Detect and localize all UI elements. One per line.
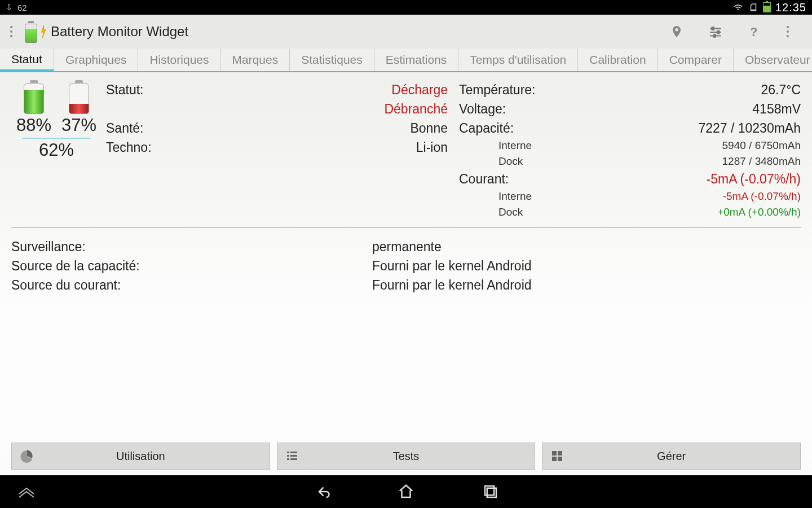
help-icon[interactable]: ?: [747, 25, 760, 38]
label-temperature: Température:: [459, 80, 536, 99]
battery1-icon: [23, 80, 45, 114]
svg-rect-17: [487, 488, 496, 497]
tab-temps-utilisation[interactable]: Temps d'utilisation: [458, 49, 578, 71]
expand-icon[interactable]: [17, 485, 36, 498]
svg-rect-9: [287, 455, 289, 457]
gerer-label: Gérer: [657, 450, 686, 463]
nav-back-button[interactable]: [313, 483, 330, 500]
tab-historiques[interactable]: Historiques: [138, 49, 220, 71]
value-capacite-dock: 1287 / 3480mAh: [722, 154, 801, 169]
svg-rect-1: [717, 31, 719, 33]
label-capacite: Capacité:: [459, 119, 514, 138]
battery2-icon: [68, 80, 90, 114]
utilisation-label: Utilisation: [116, 450, 165, 463]
tab-statut[interactable]: Statut: [0, 49, 54, 72]
value-plug: Débranché: [384, 99, 448, 119]
svg-point-4: [787, 26, 789, 28]
tab-comparer[interactable]: Comparer: [658, 49, 734, 71]
label-source-courant: Source du courant:: [11, 275, 372, 295]
value-voltage: 4158mV: [752, 99, 801, 119]
gerer-button[interactable]: Gérer: [542, 443, 801, 470]
value-sante: Bonne: [410, 119, 448, 138]
app-icon: [25, 20, 41, 43]
tab-estimations[interactable]: Estimations: [374, 49, 459, 71]
label-surveillance: Surveillance:: [11, 237, 372, 256]
svg-rect-16: [558, 457, 562, 461]
download-icon: ⇩: [6, 2, 13, 12]
content-area: 88% 37% 62% Statut:Décharge Débranché Sa…: [0, 72, 812, 438]
value-source-courant: Fourni par le kernel Android: [372, 275, 801, 295]
svg-point-6: [787, 35, 789, 37]
label-courant-dock: Dock: [498, 204, 523, 220]
value-source-capacite: Fourni par le kernel Android: [372, 256, 801, 275]
action-bar: Battery Monitor Widget ?: [0, 15, 812, 49]
tab-calibration[interactable]: Calibration: [578, 49, 657, 71]
svg-rect-12: [290, 458, 297, 460]
tab-bar: Statut Graphiques Historiques Marques St…: [0, 49, 812, 72]
battery2-percent: 37%: [61, 115, 96, 135]
label-capacite-dock: Dock: [498, 154, 523, 169]
svg-rect-2: [714, 34, 716, 37]
tab-observateur[interactable]: Observateur: [734, 49, 812, 71]
svg-rect-14: [558, 451, 562, 456]
android-status-bar: ⇩ 62 12:35: [0, 0, 812, 15]
value-surveillance: permanente: [372, 237, 801, 256]
nav-recent-button[interactable]: [482, 483, 499, 500]
clock: 12:35: [775, 1, 806, 14]
label-techno: Techno:: [106, 138, 152, 157]
label-statut: Statut:: [106, 80, 143, 99]
label-capacite-interne: Interne: [498, 138, 532, 154]
info-column-left: Statut:Décharge Débranché Santé:Bonne Te…: [106, 80, 453, 220]
label-courant-interne: Interne: [498, 189, 532, 204]
tests-label: Tests: [393, 450, 420, 463]
svg-rect-7: [287, 452, 289, 453]
utilisation-button[interactable]: Utilisation: [11, 443, 270, 470]
android-nav-bar: [0, 475, 812, 508]
value-courant-interne: -5mA (-0.07%/h): [723, 189, 801, 204]
wifi-icon: [732, 3, 744, 12]
app-title: Battery Monitor Widget: [51, 24, 188, 40]
battery-total-percent: 62%: [22, 138, 91, 160]
battery-charging-icon: [763, 2, 771, 12]
tests-button[interactable]: Tests: [277, 443, 536, 470]
info-column-right: Température:26.7°C Voltage:4158mV Capaci…: [453, 80, 801, 220]
value-courant-dock: +0mA (+0.00%/h): [717, 204, 801, 220]
value-techno: Li-ion: [416, 138, 448, 157]
bottom-info: Surveillance:permanente Source de la cap…: [11, 234, 801, 295]
batteries-summary: 88% 37% 62%: [11, 80, 102, 160]
lightning-icon: [39, 22, 47, 41]
battery1-percent: 88%: [16, 115, 51, 135]
location-icon[interactable]: [670, 25, 683, 38]
svg-rect-10: [290, 455, 297, 457]
label-source-capacite: Source de la capacité:: [11, 256, 372, 275]
overflow-menu-icon[interactable]: [785, 25, 798, 38]
svg-rect-18: [485, 486, 494, 495]
value-temperature: 26.7°C: [761, 80, 801, 99]
sim-icon: [748, 2, 758, 12]
grid-icon: [550, 449, 564, 463]
tab-statistiques[interactable]: Statistiques: [290, 49, 374, 71]
svg-rect-8: [290, 452, 297, 453]
value-statut: Décharge: [391, 80, 448, 99]
settings-sliders-icon[interactable]: [708, 25, 722, 38]
value-courant: -5mA (-0.07%/h): [707, 169, 801, 189]
svg-text:?: ?: [750, 25, 757, 38]
label-courant: Courant:: [459, 169, 509, 189]
menu-dots-icon[interactable]: [6, 20, 17, 43]
svg-rect-11: [287, 458, 289, 460]
status-temp: 62: [17, 3, 27, 12]
value-capacite: 7227 / 10230mAh: [698, 119, 801, 138]
value-capacite-interne: 5940 / 6750mAh: [722, 138, 801, 154]
svg-rect-0: [712, 27, 714, 29]
label-voltage: Voltage:: [459, 99, 506, 119]
pie-chart-icon: [20, 449, 34, 463]
svg-point-5: [787, 30, 789, 33]
list-icon: [285, 449, 299, 463]
nav-home-button[interactable]: [398, 483, 414, 500]
label-sante: Santé:: [106, 119, 144, 138]
tab-marques[interactable]: Marques: [221, 49, 290, 71]
svg-rect-15: [552, 457, 557, 461]
svg-rect-13: [552, 451, 557, 456]
tab-graphiques[interactable]: Graphiques: [54, 49, 139, 71]
bottom-button-bar: Utilisation Tests Gérer: [0, 438, 812, 475]
